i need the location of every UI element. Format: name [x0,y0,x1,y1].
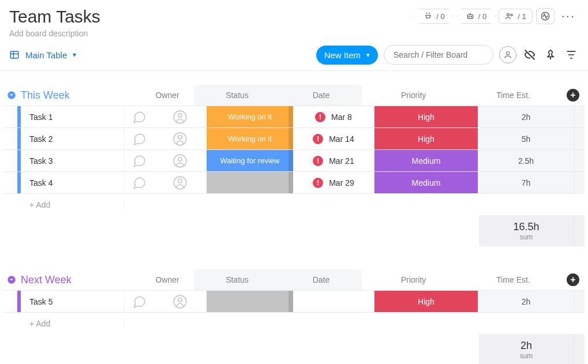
group-summary: 16.5h sum [3,215,585,246]
column-priority-header[interactable]: Priority [362,85,465,106]
robot-icon [466,12,475,21]
add-item-row[interactable]: + Add [3,193,585,215]
person-filter-icon[interactable] [499,46,516,63]
table-icon [9,50,20,60]
priority-cell[interactable]: High [374,128,478,149]
add-item-label[interactable]: + Add [21,200,125,209]
badge-1-text: / 0 [436,12,444,21]
time-estimate-cell[interactable]: 2h [478,106,574,127]
column-date-header[interactable]: Date [280,85,362,106]
table-row[interactable]: Task 2 Working on it !Mar 14 High 5h [3,127,585,149]
overdue-icon: ! [313,134,323,144]
row-end [574,106,585,127]
plus-icon: + [567,89,579,102]
page-title[interactable]: Team Tasks [9,7,100,27]
owner-cell[interactable] [153,128,207,149]
time-estimate-cell[interactable]: 5h [478,128,574,149]
more-options-button[interactable]: ··· [558,9,579,24]
table-row[interactable]: Task 3 Waiting for review !Mar 21 Medium… [3,149,585,171]
chevron-down-icon: ▾ [366,51,370,59]
task-name[interactable]: Task 1 [21,106,125,127]
hide-icon[interactable] [522,47,537,62]
task-name[interactable]: Task 2 [21,128,125,149]
board-description[interactable]: Add board description [9,29,100,38]
collapse-icon[interactable] [6,89,17,101]
date-cell[interactable]: !Mar 14 [293,128,374,149]
plus-icon: + [567,273,579,286]
table-row[interactable]: Task 4 !Mar 29 Medium 7h [3,171,585,193]
priority-cell[interactable]: High [374,291,478,312]
date-cell[interactable]: !Mar 29 [293,172,374,193]
column-priority-header[interactable]: Priority [362,269,465,290]
task-name[interactable]: Task 5 [21,291,125,312]
status-cell[interactable]: Working on it [207,106,293,127]
plug-icon [424,12,433,21]
column-status-header[interactable]: Status [194,85,280,106]
owner-cell[interactable] [153,150,207,171]
status-cell[interactable]: Waiting for review [207,150,293,171]
status-cell[interactable]: Working on it [207,128,293,149]
members-badge[interactable]: / 1 [499,9,532,24]
collapse-icon[interactable] [6,274,17,286]
time-estimate-cell[interactable]: 2h [478,291,574,312]
svg-point-4 [511,14,512,16]
svg-point-16 [178,179,182,183]
chat-icon[interactable] [125,106,153,127]
chat-icon[interactable] [125,172,153,193]
overdue-icon: ! [315,112,325,122]
badge-2-text: / 0 [478,12,486,21]
chat-icon[interactable] [125,291,153,312]
column-owner-header[interactable]: Owner [141,275,194,284]
tab-main-table[interactable]: Main Table [25,50,67,60]
new-item-label: New Item [324,50,361,60]
add-column-button[interactable]: + [561,273,585,286]
column-time-header[interactable]: Time Est. [465,269,561,290]
chat-icon[interactable] [125,150,153,171]
status-cell[interactable] [207,291,293,312]
search-input[interactable] [384,45,493,65]
time-estimate-cell[interactable]: 2.5h [478,150,574,171]
add-item-row[interactable]: + Add [3,312,585,334]
add-item-label[interactable]: + Add [21,319,125,328]
owner-cell[interactable] [153,106,207,127]
row-end [574,150,585,171]
add-column-button[interactable]: + [561,89,585,102]
new-item-button[interactable]: New Item ▾ [316,46,378,65]
table-row[interactable]: Task 5 High 2h [3,290,585,312]
priority-cell[interactable]: High [374,106,478,127]
priority-cell[interactable]: Medium [374,150,478,171]
owner-cell[interactable] [153,172,207,193]
group-name[interactable]: Next Week [21,274,141,286]
column-date-header[interactable]: Date [280,269,362,290]
pin-icon[interactable] [543,47,558,62]
priority-cell[interactable]: Medium [374,172,478,193]
time-estimate-cell[interactable]: 7h [478,172,574,193]
overdue-icon: ! [313,156,323,166]
table-row[interactable]: Task 1 Working on it !Mar 8 High 2h [3,106,585,127]
column-owner-header[interactable]: Owner [141,91,194,100]
time-sum-box: 2h sum [479,334,574,364]
integration-badge-1[interactable]: / 0 [415,9,453,24]
date-cell[interactable]: !Mar 21 [293,150,374,171]
chevron-down-icon[interactable]: ▾ [73,51,76,59]
filter-icon[interactable] [564,47,579,62]
column-status-header[interactable]: Status [194,269,280,290]
chat-icon[interactable] [125,128,153,149]
group-name[interactable]: This Week [21,89,141,102]
overdue-icon: ! [313,178,323,188]
page-header: Team Tasks Add board description / 0 / 0… [0,0,588,40]
status-cell[interactable] [207,172,293,193]
date-cell[interactable]: !Mar 8 [293,106,374,127]
date-cell[interactable] [293,291,374,312]
integration-badge-2[interactable]: / 0 [457,9,495,24]
badge-3-text: / 1 [518,12,526,21]
task-name[interactable]: Task 4 [21,172,125,193]
svg-point-14 [178,157,182,161]
svg-point-7 [506,52,509,55]
task-name[interactable]: Task 3 [21,150,125,171]
activity-badge[interactable] [536,8,555,24]
owner-cell[interactable] [153,291,207,312]
row-end [574,291,585,312]
group: Next Week Owner Status Date Priority Tim… [3,269,585,364]
column-time-header[interactable]: Time Est. [465,85,561,106]
